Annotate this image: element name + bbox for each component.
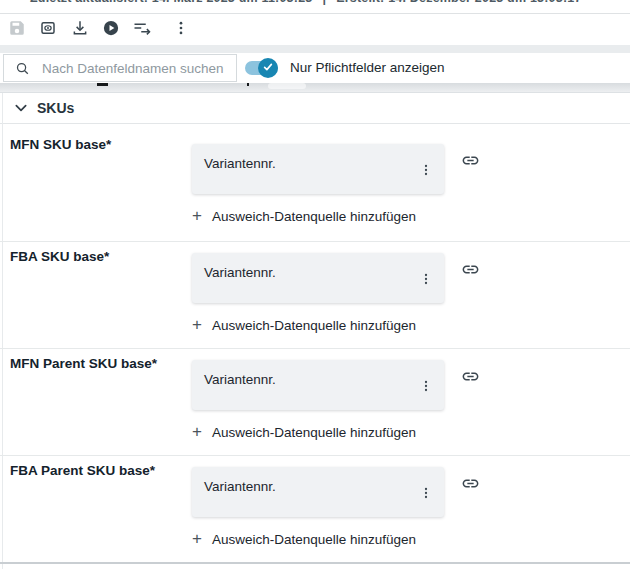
- field-row-mfn-parent-sku-base: MFN Parent SKU base* Variantennr. + Ausw…: [0, 349, 630, 456]
- card-menu-button[interactable]: [413, 480, 439, 506]
- export-list-button[interactable]: [130, 18, 154, 42]
- field-row-mfn-sku-base: MFN SKU base* Variantennr. + Ausweich-Da…: [0, 124, 630, 242]
- field-label: MFN Parent SKU base*: [10, 356, 157, 371]
- add-fallback-source-button[interactable]: + Ausweich-Datenquelle hinzufügen: [192, 207, 416, 225]
- meta-separator: |: [322, 0, 326, 5]
- section-title: SKUs: [37, 100, 74, 116]
- download-button[interactable]: [68, 18, 92, 42]
- add-fallback-source-button[interactable]: + Ausweich-Datenquelle hinzufügen: [192, 423, 416, 441]
- filter-bar: Nur Pflichtfelder anzeigen: [0, 53, 630, 83]
- section-header-skus[interactable]: SKUs: [0, 93, 630, 124]
- toggle-label: Nur Pflichtfelder anzeigen: [290, 53, 445, 83]
- plus-icon: +: [192, 423, 202, 441]
- toggle-knob: [258, 58, 278, 78]
- field-label: MFN SKU base*: [10, 137, 111, 152]
- last-updated-text: Zuletzt aktualisiert: 14. März 2023 um 1…: [30, 0, 312, 5]
- card-menu-button[interactable]: [413, 373, 439, 399]
- meta-bar: Zuletzt aktualisiert: 14. März 2023 um 1…: [0, 0, 630, 14]
- link-button[interactable]: [459, 260, 481, 282]
- link-button[interactable]: [459, 474, 481, 496]
- save-button[interactable]: [5, 18, 29, 42]
- link-button[interactable]: [459, 151, 481, 173]
- scroll-shadow-band: [0, 83, 630, 92]
- source-name: Variantennr.: [204, 372, 276, 387]
- add-fallback-label: Ausweich-Datenquelle hinzufügen: [212, 532, 416, 547]
- field-label: FBA SKU base*: [10, 249, 109, 264]
- source-name: Variantennr.: [204, 265, 276, 280]
- toolbar: [0, 14, 630, 45]
- spacer-band: [0, 45, 630, 53]
- link-icon: [461, 367, 480, 389]
- search-icon: [15, 61, 30, 76]
- save-icon: [8, 19, 26, 40]
- play-icon: [102, 19, 120, 40]
- bottom-spacer: [0, 564, 630, 569]
- link-button[interactable]: [459, 367, 481, 389]
- link-icon: [461, 260, 480, 282]
- add-fallback-source-button[interactable]: + Ausweich-Datenquelle hinzufügen: [192, 530, 416, 548]
- search-field[interactable]: [3, 54, 237, 82]
- search-input[interactable]: [42, 61, 232, 76]
- source-card[interactable]: Variantennr.: [192, 360, 444, 410]
- overflow-menu-button[interactable]: [169, 18, 193, 42]
- add-fallback-label: Ausweich-Datenquelle hinzufügen: [212, 318, 416, 333]
- field-row-fba-parent-sku-base: FBA Parent SKU base* Variantennr. + Ausw…: [0, 456, 630, 564]
- mapping-panel: SKUs MFN SKU base* Variantennr. + Auswei…: [0, 92, 630, 569]
- source-card[interactable]: Variantennr.: [192, 144, 444, 194]
- source-card[interactable]: Variantennr.: [192, 253, 444, 303]
- source-name: Variantennr.: [204, 156, 276, 171]
- kebab-icon: [172, 19, 190, 40]
- plus-icon: +: [192, 316, 202, 334]
- list-arrow-icon: [132, 19, 152, 40]
- required-only-toggle[interactable]: [245, 61, 278, 75]
- link-icon: [461, 474, 480, 496]
- preview-eye-icon: [39, 19, 57, 40]
- plus-icon: +: [192, 207, 202, 225]
- field-label: FBA Parent SKU base*: [10, 463, 155, 478]
- chevron-down-icon: [14, 102, 28, 114]
- created-text: Erstellt: 14. Dezember 2023 um 13:03:17: [336, 0, 581, 5]
- plus-icon: +: [192, 530, 202, 548]
- card-menu-button[interactable]: [413, 157, 439, 183]
- preview-button[interactable]: [36, 18, 60, 42]
- clipped-text-remnant: [247, 83, 249, 86]
- field-row-fba-sku-base: FBA SKU base* Variantennr. + Ausweich-Da…: [0, 242, 630, 349]
- run-button[interactable]: [99, 18, 123, 42]
- add-fallback-label: Ausweich-Datenquelle hinzufügen: [212, 425, 416, 440]
- link-icon: [461, 151, 480, 173]
- download-icon: [71, 19, 89, 40]
- source-name: Variantennr.: [204, 479, 276, 494]
- check-icon: [262, 59, 274, 77]
- source-card[interactable]: Variantennr.: [192, 467, 444, 517]
- clipped-highlight-remnant: [268, 83, 306, 89]
- clipped-text-remnant: [97, 83, 108, 86]
- add-fallback-source-button[interactable]: + Ausweich-Datenquelle hinzufügen: [192, 316, 416, 334]
- add-fallback-label: Ausweich-Datenquelle hinzufügen: [212, 209, 416, 224]
- card-menu-button[interactable]: [413, 266, 439, 292]
